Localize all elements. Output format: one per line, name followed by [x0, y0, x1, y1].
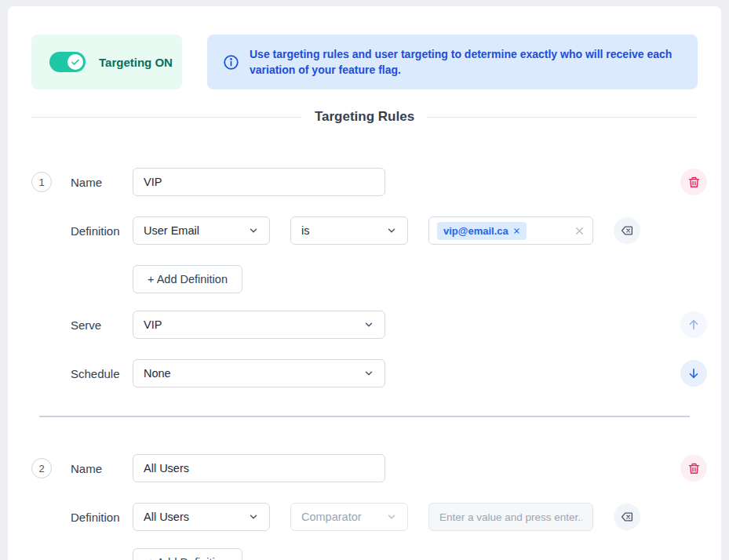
- rule2-add-definition-row: + Add Definition: [31, 548, 698, 560]
- rule2-delete-button[interactable]: [680, 455, 707, 482]
- rule1-property-select[interactable]: User Email: [133, 216, 270, 245]
- rule1-values-input[interactable]: vip@email.ca: [428, 216, 593, 245]
- rule2-property-value: All Users: [144, 511, 189, 523]
- rule2-comparator-placeholder: Comparator: [301, 511, 362, 523]
- name-label: Name: [71, 462, 133, 475]
- rule1-schedule-value: None: [144, 367, 171, 380]
- backspace-icon: [620, 224, 634, 238]
- rule2-name-input[interactable]: [133, 454, 385, 482]
- rule1-serve-select[interactable]: VIP: [133, 311, 385, 339]
- heading-divider-left: [31, 117, 302, 118]
- section-heading: Targeting Rules: [31, 107, 698, 127]
- rule-separator: [39, 416, 690, 417]
- rule1-backspace-button[interactable]: [614, 217, 640, 244]
- rule1-move-down-button[interactable]: [680, 360, 707, 387]
- info-icon: [223, 54, 239, 71]
- rule1-schedule-select[interactable]: None: [133, 359, 385, 387]
- rule2-number-badge: 2: [31, 458, 52, 478]
- chevron-down-icon: [363, 368, 374, 379]
- serve-label: Serve: [71, 318, 133, 332]
- name-label: Name: [71, 176, 133, 189]
- rule2-comparator-select[interactable]: Comparator: [290, 503, 408, 531]
- rule1-add-definition-button[interactable]: + Add Definition: [133, 265, 242, 293]
- rule2-property-select[interactable]: All Users: [133, 503, 270, 531]
- rule1-name-row: 1 Name: [31, 168, 698, 196]
- rule1-schedule-row: Schedule None: [31, 359, 698, 387]
- rule1-delete-button[interactable]: [680, 169, 707, 195]
- rule1-value-chip: vip@email.ca: [437, 222, 527, 240]
- trash-icon: [687, 462, 701, 475]
- info-banner: Use targeting rules and user targeting t…: [207, 35, 698, 89]
- schedule-label: Schedule: [71, 367, 133, 380]
- check-icon: [71, 57, 80, 67]
- arrow-down-icon: [687, 366, 701, 380]
- rule1-serve-value: VIP: [144, 318, 162, 331]
- rule2-name-row: 2 Name: [31, 454, 698, 482]
- chevron-down-icon: [363, 319, 374, 330]
- rule2-backspace-button[interactable]: [614, 504, 640, 530]
- rule1-move-up-button[interactable]: [680, 311, 707, 338]
- toggle-knob: [67, 54, 83, 70]
- rule1-property-value: User Email: [144, 224, 199, 237]
- trash-icon: [687, 176, 701, 189]
- chevron-down-icon: [248, 225, 259, 236]
- clear-values-icon[interactable]: [574, 226, 585, 236]
- targeting-toggle-container: Targeting ON: [31, 35, 182, 89]
- targeting-toggle-label: Targeting ON: [99, 56, 173, 69]
- targeting-panel: Targeting ON Use targeting rules and use…: [8, 6, 721, 560]
- heading-divider-right: [427, 117, 698, 118]
- info-banner-text: Use targeting rules and user targeting t…: [250, 46, 682, 78]
- rule1-comparator-select[interactable]: is: [290, 216, 408, 245]
- banner-row: Targeting ON Use targeting rules and use…: [31, 35, 698, 89]
- backspace-icon: [620, 510, 634, 524]
- rule1-serve-row: Serve VIP: [31, 311, 698, 339]
- definition-label: Definition: [71, 511, 133, 524]
- section-title: Targeting Rules: [315, 109, 414, 125]
- chevron-down-icon: [386, 225, 397, 236]
- chevron-down-icon: [248, 511, 259, 522]
- rule1-name-input[interactable]: [133, 168, 385, 196]
- rule1-comparator-value: is: [301, 224, 309, 237]
- rule1-definition-row: Definition User Email is vip@email.ca: [31, 216, 698, 245]
- rule1-add-definition-row: + Add Definition: [31, 265, 698, 293]
- chip-text: vip@email.ca: [443, 225, 508, 237]
- definition-label: Definition: [71, 224, 133, 238]
- chevron-down-icon: [386, 511, 397, 522]
- targeting-toggle[interactable]: [49, 52, 86, 72]
- chip-remove-icon[interactable]: [513, 227, 520, 235]
- rule2-add-definition-button[interactable]: + Add Definition: [133, 548, 242, 560]
- rule2-value-input[interactable]: [428, 503, 593, 531]
- rule2-definition-row: Definition All Users Comparator: [31, 503, 698, 531]
- targeting-rule-2: 2 Name Definition All Users Comparator: [31, 454, 698, 560]
- targeting-rule-1: 1 Name Definition User Email is vip@emai…: [31, 168, 698, 387]
- arrow-up-icon: [687, 318, 701, 332]
- rule1-number-badge: 1: [31, 172, 52, 192]
